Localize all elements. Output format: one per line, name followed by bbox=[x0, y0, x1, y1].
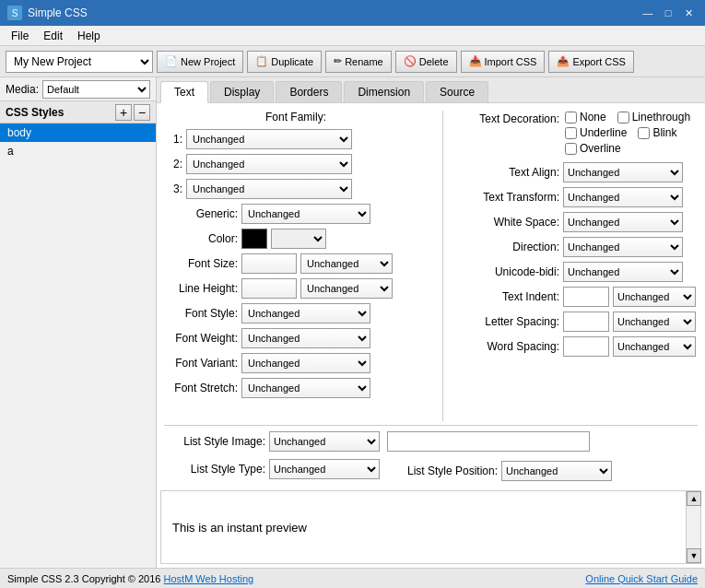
text-indent-row: Text Indent: Unchanged bbox=[458, 287, 698, 307]
menu-file[interactable]: File bbox=[4, 28, 36, 44]
hostm-link[interactable]: HostM Web Hosting bbox=[164, 573, 254, 584]
status-bar: Simple CSS 2.3 Copyright © 2016 HostM We… bbox=[0, 568, 705, 588]
preview-scrollbar[interactable]: ▲ ▼ bbox=[686, 491, 700, 563]
main-panel: Text Display Borders Dimension Source Fo… bbox=[157, 77, 705, 568]
direction-select[interactable]: Unchanged bbox=[563, 237, 683, 257]
letter-spacing-select[interactable]: Unchanged bbox=[613, 312, 696, 332]
font2-select[interactable]: Unchanged bbox=[186, 154, 352, 174]
generic-select[interactable]: Unchanged bbox=[241, 204, 370, 224]
color-label: Color: bbox=[164, 232, 238, 245]
close-button[interactable]: ✕ bbox=[679, 5, 698, 21]
menu-bar: File Edit Help bbox=[0, 26, 705, 46]
add-style-button[interactable]: + bbox=[115, 104, 132, 121]
font-size-unit-select[interactable]: Unchanged bbox=[300, 253, 393, 274]
css-styles-header: CSS Styles + − bbox=[0, 101, 156, 123]
font-style-row: Font Style: Unchanged bbox=[164, 303, 428, 323]
text-indent-input[interactable] bbox=[563, 287, 609, 307]
window-controls: — □ ✕ bbox=[639, 5, 698, 21]
menu-edit[interactable]: Edit bbox=[36, 28, 70, 44]
sidebar: Media: Default CSS Styles + − body a bbox=[0, 77, 157, 568]
font2-label: 2: bbox=[164, 158, 182, 171]
text-transform-label: Text Transform: bbox=[458, 191, 559, 204]
tab-display[interactable]: Display bbox=[210, 81, 274, 102]
font-stretch-select[interactable]: Unchanged bbox=[241, 378, 370, 398]
maximize-button[interactable]: □ bbox=[659, 5, 677, 21]
export-css-button[interactable]: 📤 Export CSS bbox=[548, 51, 633, 73]
list-style-image-select[interactable]: Unchanged bbox=[269, 431, 380, 452]
menu-help[interactable]: Help bbox=[70, 28, 108, 44]
list-style-position-select[interactable]: Unchanged bbox=[501, 461, 612, 481]
line-height-label: Line Height: bbox=[164, 282, 238, 295]
media-select[interactable]: Default bbox=[42, 80, 150, 99]
text-align-select[interactable]: Unchanged bbox=[563, 162, 683, 182]
scroll-up-button[interactable]: ▲ bbox=[687, 491, 701, 506]
list-style-image-row: List Style Image: Unchanged bbox=[164, 431, 590, 452]
underline-checkbox-label: Underline bbox=[565, 126, 627, 139]
import-icon: 📥 bbox=[469, 55, 482, 67]
minimize-button[interactable]: — bbox=[639, 5, 657, 21]
word-spacing-input[interactable] bbox=[563, 336, 609, 357]
media-bar: Media: Default bbox=[0, 77, 156, 101]
text-decoration-label: Text Decoration: bbox=[458, 111, 559, 125]
new-project-icon: 📄 bbox=[165, 55, 178, 67]
tab-dimension[interactable]: Dimension bbox=[344, 81, 424, 102]
blink-checkbox[interactable] bbox=[638, 127, 650, 139]
app-icon: S bbox=[7, 6, 22, 20]
letter-spacing-input[interactable] bbox=[563, 312, 609, 332]
app-title: Simple CSS bbox=[28, 6, 88, 19]
list-style-image-input[interactable] bbox=[387, 431, 590, 452]
none-checkbox[interactable] bbox=[565, 112, 577, 123]
list-style-type-select[interactable]: Unchanged bbox=[269, 459, 380, 479]
underline-checkbox[interactable] bbox=[565, 127, 577, 139]
line-height-input[interactable] bbox=[241, 278, 297, 299]
copyright-text: Simple CSS 2.3 Copyright © 2016 HostM We… bbox=[7, 573, 253, 584]
css-styles-label: CSS Styles bbox=[6, 106, 64, 119]
remove-style-button[interactable]: − bbox=[134, 104, 150, 121]
tab-text[interactable]: Text bbox=[160, 81, 208, 103]
overline-checkbox[interactable] bbox=[565, 143, 577, 155]
font-variant-select[interactable]: Unchanged bbox=[241, 353, 370, 373]
style-item-a[interactable]: a bbox=[0, 142, 156, 160]
preview-area: This is an instant preview ▲ ▼ bbox=[160, 490, 701, 564]
toolbar: My New Project 📄 New Project 📋 Duplicate… bbox=[0, 46, 705, 77]
quick-start-link[interactable]: Online Quick Start Guide bbox=[585, 573, 698, 584]
font-weight-select[interactable]: Unchanged bbox=[241, 328, 370, 348]
line-height-unit-select[interactable]: Unchanged bbox=[300, 278, 393, 299]
tab-borders[interactable]: Borders bbox=[276, 81, 342, 102]
text-align-row: Text Align: Unchanged bbox=[458, 162, 698, 182]
rename-button[interactable]: ✏ Rename bbox=[325, 51, 392, 73]
project-select[interactable]: My New Project bbox=[6, 51, 153, 73]
font1-select[interactable]: Unchanged bbox=[186, 129, 352, 149]
underline-label: Underline bbox=[580, 126, 627, 139]
word-spacing-select[interactable]: Unchanged bbox=[613, 336, 696, 357]
linethrough-checkbox[interactable] bbox=[617, 112, 629, 123]
styles-list: body a bbox=[0, 123, 156, 568]
import-css-button[interactable]: 📥 Import CSS bbox=[461, 51, 546, 73]
scroll-down-button[interactable]: ▼ bbox=[687, 548, 701, 563]
white-space-select[interactable]: Unchanged bbox=[563, 212, 683, 232]
unicode-bidi-select[interactable]: Unchanged bbox=[563, 262, 683, 282]
font-style-select[interactable]: Unchanged bbox=[241, 303, 370, 323]
delete-button[interactable]: 🚫 Delete bbox=[395, 51, 457, 73]
text-indent-select[interactable]: Unchanged bbox=[613, 287, 696, 307]
font3-select[interactable]: Unchanged bbox=[186, 179, 352, 199]
font-style-label: Font Style: bbox=[164, 307, 238, 320]
text-transform-select[interactable]: Unchanged bbox=[563, 187, 683, 207]
new-project-button[interactable]: 📄 New Project bbox=[157, 51, 243, 73]
color-select[interactable] bbox=[271, 229, 326, 249]
white-space-label: White Space: bbox=[458, 216, 559, 229]
duplicate-button[interactable]: 📋 Duplicate bbox=[247, 51, 322, 73]
style-item-body[interactable]: body bbox=[0, 123, 156, 142]
generic-row: Generic: Unchanged bbox=[164, 204, 428, 224]
none-checkbox-label: None bbox=[565, 111, 606, 123]
generic-label: Generic: bbox=[164, 207, 238, 220]
left-column: Font Family: 1: Unchanged 2: Unchanged bbox=[164, 111, 428, 421]
column-divider bbox=[442, 111, 443, 421]
list-style-type-row: List Style Type: Unchanged bbox=[164, 459, 380, 479]
font3-label: 3: bbox=[164, 182, 182, 195]
delete-icon: 🚫 bbox=[404, 55, 417, 67]
color-picker[interactable] bbox=[241, 229, 267, 249]
font-size-input[interactable] bbox=[241, 253, 297, 274]
tab-source[interactable]: Source bbox=[426, 81, 488, 102]
blink-label: Blink bbox=[652, 126, 676, 139]
